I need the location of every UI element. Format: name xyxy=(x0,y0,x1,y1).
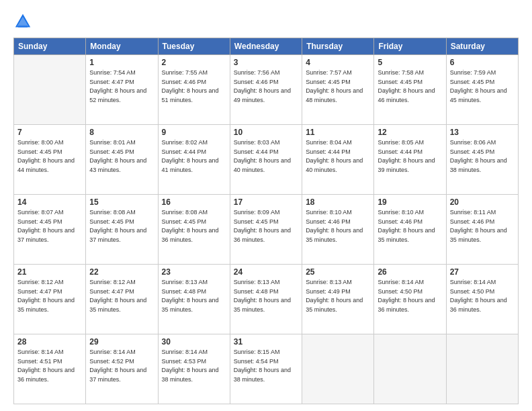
sunrise-text: Sunrise: 8:14 AM xyxy=(162,349,208,355)
svg-rect-2 xyxy=(18,26,28,28)
daylight-text: Daylight: 8 hours and 35 minutes. xyxy=(450,227,507,243)
day-number: 27 xyxy=(450,267,515,277)
day-info: Sunrise: 8:14 AMSunset: 4:52 PMDaylight:… xyxy=(89,348,154,384)
daylight-text: Daylight: 8 hours and 36 minutes. xyxy=(17,367,75,383)
header-day-sunday: Sunday xyxy=(14,38,86,55)
day-info: Sunrise: 8:00 AMSunset: 4:45 PMDaylight:… xyxy=(17,138,82,175)
day-info: Sunrise: 7:58 AMSunset: 4:45 PMDaylight:… xyxy=(378,68,442,105)
header-day-thursday: Thursday xyxy=(302,38,374,55)
daylight-text: Daylight: 8 hours and 41 minutes. xyxy=(162,157,219,173)
calendar-cell xyxy=(446,334,518,404)
sunrise-text: Sunrise: 8:14 AM xyxy=(17,349,64,355)
calendar-cell: 16Sunrise: 8:08 AMSunset: 4:45 PMDayligh… xyxy=(158,195,230,265)
calendar-cell: 20Sunrise: 8:11 AMSunset: 4:46 PMDayligh… xyxy=(446,195,518,265)
logo-icon xyxy=(13,12,32,31)
calendar-cell: 27Sunrise: 8:14 AMSunset: 4:50 PMDayligh… xyxy=(446,265,518,334)
day-number: 30 xyxy=(162,337,226,347)
sunrise-text: Sunrise: 8:15 AM xyxy=(234,349,280,355)
daylight-text: Daylight: 8 hours and 52 minutes. xyxy=(89,87,146,103)
sunset-text: Sunset: 4:47 PM xyxy=(89,288,134,295)
sunrise-text: Sunrise: 7:57 AM xyxy=(306,69,352,76)
sunrise-text: Sunrise: 7:54 AM xyxy=(89,69,136,76)
day-number: 21 xyxy=(17,267,82,277)
calendar-body: 1Sunrise: 7:54 AMSunset: 4:47 PMDaylight… xyxy=(14,55,519,404)
day-number: 6 xyxy=(450,58,515,67)
daylight-text: Daylight: 8 hours and 35 minutes. xyxy=(378,227,435,243)
day-info: Sunrise: 8:14 AMSunset: 4:50 PMDaylight:… xyxy=(378,278,442,314)
logo xyxy=(13,12,35,31)
calendar-cell: 11Sunrise: 8:04 AMSunset: 4:44 PMDayligh… xyxy=(302,125,374,195)
day-number: 22 xyxy=(89,267,154,277)
sunrise-text: Sunrise: 8:04 AM xyxy=(306,139,352,146)
header-day-wednesday: Wednesday xyxy=(230,38,302,55)
day-number: 17 xyxy=(234,197,298,207)
sunrise-text: Sunrise: 8:01 AM xyxy=(89,139,136,146)
sunset-text: Sunset: 4:46 PM xyxy=(378,218,423,225)
sunrise-text: Sunrise: 8:05 AM xyxy=(378,139,424,146)
sunrise-text: Sunrise: 7:58 AM xyxy=(378,69,424,76)
sunset-text: Sunset: 4:48 PM xyxy=(162,288,207,295)
sunset-text: Sunset: 4:47 PM xyxy=(89,79,134,85)
day-number: 13 xyxy=(450,128,515,137)
sunset-text: Sunset: 4:45 PM xyxy=(89,218,134,225)
calendar-table: SundayMondayTuesdayWednesdayThursdayFrid… xyxy=(13,38,519,404)
sunrise-text: Sunrise: 8:06 AM xyxy=(450,139,496,146)
calendar-cell: 29Sunrise: 8:14 AMSunset: 4:52 PMDayligh… xyxy=(86,334,158,404)
sunset-text: Sunset: 4:52 PM xyxy=(89,358,134,365)
sunset-text: Sunset: 4:45 PM xyxy=(450,148,495,155)
calendar-cell: 31Sunrise: 8:15 AMSunset: 4:54 PMDayligh… xyxy=(230,334,302,404)
calendar-cell: 22Sunrise: 8:12 AMSunset: 4:47 PMDayligh… xyxy=(86,265,158,334)
calendar-cell: 28Sunrise: 8:14 AMSunset: 4:51 PMDayligh… xyxy=(14,334,86,404)
sunrise-text: Sunrise: 8:12 AM xyxy=(89,279,136,285)
sunrise-text: Sunrise: 8:14 AM xyxy=(378,279,424,285)
calendar-cell: 23Sunrise: 8:13 AMSunset: 4:48 PMDayligh… xyxy=(158,265,230,334)
day-number: 1 xyxy=(89,58,154,67)
sunrise-text: Sunrise: 8:10 AM xyxy=(378,209,424,216)
sunrise-text: Sunrise: 8:14 AM xyxy=(89,349,136,355)
daylight-text: Daylight: 8 hours and 36 minutes. xyxy=(162,227,219,243)
calendar-header: SundayMondayTuesdayWednesdayThursdayFrid… xyxy=(14,38,519,55)
sunset-text: Sunset: 4:46 PM xyxy=(162,79,207,85)
day-info: Sunrise: 8:13 AMSunset: 4:48 PMDaylight:… xyxy=(234,278,298,314)
calendar-cell: 17Sunrise: 8:09 AMSunset: 4:45 PMDayligh… xyxy=(230,195,302,265)
day-number: 23 xyxy=(162,267,226,277)
sunrise-text: Sunrise: 8:09 AM xyxy=(234,209,280,216)
calendar-cell: 7Sunrise: 8:00 AMSunset: 4:45 PMDaylight… xyxy=(14,125,86,195)
sunrise-text: Sunrise: 8:13 AM xyxy=(306,279,352,285)
daylight-text: Daylight: 8 hours and 40 minutes. xyxy=(306,157,363,173)
calendar-cell: 24Sunrise: 8:13 AMSunset: 4:48 PMDayligh… xyxy=(230,265,302,334)
day-info: Sunrise: 8:05 AMSunset: 4:44 PMDaylight:… xyxy=(378,138,442,175)
calendar-cell: 25Sunrise: 8:13 AMSunset: 4:49 PMDayligh… xyxy=(302,265,374,334)
sunrise-text: Sunrise: 7:55 AM xyxy=(162,69,208,76)
week-row-0: 1Sunrise: 7:54 AMSunset: 4:47 PMDaylight… xyxy=(14,55,519,125)
day-number: 25 xyxy=(306,267,370,277)
daylight-text: Daylight: 8 hours and 46 minutes. xyxy=(378,87,435,103)
sunrise-text: Sunrise: 7:59 AM xyxy=(450,69,496,76)
sunset-text: Sunset: 4:44 PM xyxy=(162,148,207,155)
day-number: 7 xyxy=(17,128,82,137)
daylight-text: Daylight: 8 hours and 37 minutes. xyxy=(89,227,146,243)
sunrise-text: Sunrise: 8:02 AM xyxy=(162,139,208,146)
day-info: Sunrise: 8:10 AMSunset: 4:46 PMDaylight:… xyxy=(378,208,442,244)
header-row: SundayMondayTuesdayWednesdayThursdayFrid… xyxy=(14,38,519,55)
day-info: Sunrise: 8:12 AMSunset: 4:47 PMDaylight:… xyxy=(17,278,82,314)
sunset-text: Sunset: 4:45 PM xyxy=(17,218,62,225)
day-number: 31 xyxy=(234,337,298,347)
calendar-cell: 14Sunrise: 8:07 AMSunset: 4:45 PMDayligh… xyxy=(14,195,86,265)
calendar-cell xyxy=(302,334,374,404)
day-info: Sunrise: 7:55 AMSunset: 4:46 PMDaylight:… xyxy=(162,68,226,105)
day-info: Sunrise: 7:54 AMSunset: 4:47 PMDaylight:… xyxy=(89,68,154,105)
daylight-text: Daylight: 8 hours and 35 minutes. xyxy=(89,297,146,313)
day-number: 3 xyxy=(234,58,298,67)
day-info: Sunrise: 8:10 AMSunset: 4:46 PMDaylight:… xyxy=(306,208,370,244)
day-info: Sunrise: 8:09 AMSunset: 4:45 PMDaylight:… xyxy=(234,208,298,244)
sunset-text: Sunset: 4:45 PM xyxy=(17,148,62,155)
daylight-text: Daylight: 8 hours and 36 minutes. xyxy=(378,297,435,313)
daylight-text: Daylight: 8 hours and 35 minutes. xyxy=(306,297,363,313)
daylight-text: Daylight: 8 hours and 44 minutes. xyxy=(17,157,75,173)
day-number: 28 xyxy=(17,337,82,347)
calendar-cell: 5Sunrise: 7:58 AMSunset: 4:45 PMDaylight… xyxy=(374,55,446,125)
sunset-text: Sunset: 4:45 PM xyxy=(450,79,495,85)
sunset-text: Sunset: 4:54 PM xyxy=(234,358,279,365)
sunrise-text: Sunrise: 8:07 AM xyxy=(17,209,64,216)
